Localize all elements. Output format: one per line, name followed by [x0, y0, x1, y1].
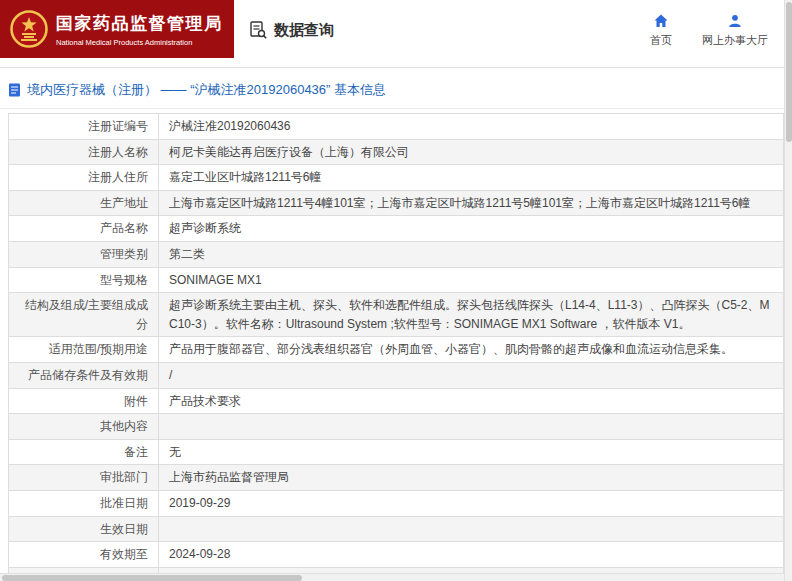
table-row: 批准日期 2019-09-29: [9, 490, 784, 516]
field-label: 备注: [9, 439, 159, 465]
field-value: /: [159, 362, 784, 388]
table-row: 审批部门 上海市药品监督管理局: [9, 465, 784, 491]
registration-detail-table: 注册证编号 沪械注准20192060436 注册人名称 柯尼卡美能达再启医疗设备…: [8, 113, 784, 581]
table-row: 注册人住所 嘉定工业区叶城路1211号6幢: [9, 165, 784, 191]
table-row: 注册证编号 沪械注准20192060436: [9, 114, 784, 140]
field-label: 管理类别: [9, 241, 159, 267]
horizontal-scrollbar[interactable]: [0, 573, 784, 581]
agency-titles: 国家药品监督管理局 National Medical Products Admi…: [56, 12, 223, 47]
table-row: 产品储存条件及有效期 /: [9, 362, 784, 388]
field-value: 超声诊断系统主要由主机、探头、软件和选配件组成。探头包括线阵探头（L14-4、L…: [159, 293, 784, 337]
field-value: 无: [159, 439, 784, 465]
table-row: 生产地址 上海市嘉定区叶城路1211号4幢101室；上海市嘉定区叶城路1211号…: [9, 190, 784, 216]
document-icon: [8, 83, 21, 97]
field-value: 超声诊断系统: [159, 216, 784, 242]
nav-home-label: 首页: [650, 33, 672, 48]
table-row: 其他内容: [9, 414, 784, 440]
field-value: 产品用于腹部器官、部分浅表组织器官（外周血管、小器官）、肌肉骨骼的超声成像和血流…: [159, 337, 784, 363]
table-row: 管理类别 第二类: [9, 241, 784, 267]
field-value: 2019-09-29: [159, 490, 784, 516]
site-header: 国家药品监督管理局 National Medical Products Admi…: [0, 0, 792, 68]
nav-home[interactable]: 首页: [650, 13, 672, 48]
field-label: 生产地址: [9, 190, 159, 216]
table-row: 产品名称 超声诊断系统: [9, 216, 784, 242]
table-row: 型号规格 SONIMAGE MX1: [9, 267, 784, 293]
table-row: 附件 产品技术要求: [9, 388, 784, 414]
field-label: 产品名称: [9, 216, 159, 242]
table-row: 结构及组成/主要组成成分 超声诊断系统主要由主机、探头、软件和选配件组成。探头包…: [9, 293, 784, 337]
field-label: 注册人住所: [9, 165, 159, 191]
page-title: 境内医疗器械（注册） —— “沪械注准20192060436” 基本信息: [27, 81, 386, 99]
horizontal-scrollbar-thumb[interactable]: [2, 575, 302, 581]
field-label: 适用范围/预期用途: [9, 337, 159, 363]
breadcrumb: 境内医疗器械（注册） —— “沪械注准20192060436” 基本信息: [0, 68, 792, 109]
field-label: 注册证编号: [9, 114, 159, 140]
field-value: 上海市药品监督管理局: [159, 465, 784, 491]
table-row: 有效期至 2024-09-28: [9, 542, 784, 568]
field-value: 上海市嘉定区叶城路1211号4幢101室；上海市嘉定区叶城路1211号5幢101…: [159, 190, 784, 216]
field-label: 结构及组成/主要组成成分: [9, 293, 159, 337]
table-row: 注册人名称 柯尼卡美能达再启医疗设备（上海）有限公司: [9, 139, 784, 165]
field-value: 第二类: [159, 241, 784, 267]
field-value: 嘉定工业区叶城路1211号6幢: [159, 165, 784, 191]
data-query-label: 数据查询: [274, 21, 334, 40]
data-query-icon: [248, 20, 268, 40]
field-label: 生效日期: [9, 516, 159, 542]
agency-name-en: National Medical Products Administration: [56, 38, 223, 47]
field-value: [159, 516, 784, 542]
field-label: 附件: [9, 388, 159, 414]
table-row: 生效日期: [9, 516, 784, 542]
table-row: 备注 无: [9, 439, 784, 465]
field-value: 柯尼卡美能达再启医疗设备（上海）有限公司: [159, 139, 784, 165]
nav-service-hall-label: 网上办事大厅: [702, 33, 768, 48]
page: 国家药品监督管理局 National Medical Products Admi…: [0, 0, 792, 581]
field-label: 批准日期: [9, 490, 159, 516]
data-query-tab[interactable]: 数据查询: [248, 20, 334, 40]
person-icon: [727, 13, 743, 29]
field-value: [159, 414, 784, 440]
field-value: SONIMAGE MX1: [159, 267, 784, 293]
field-label: 审批部门: [9, 465, 159, 491]
table-row: 适用范围/预期用途 产品用于腹部器官、部分浅表组织器官（外周血管、小器官）、肌肉…: [9, 337, 784, 363]
vertical-scrollbar[interactable]: [784, 0, 792, 581]
field-label: 有效期至: [9, 542, 159, 568]
field-label: 型号规格: [9, 267, 159, 293]
home-icon: [653, 13, 669, 29]
agency-name: 国家药品监督管理局: [56, 12, 223, 35]
field-value: 2024-09-28: [159, 542, 784, 568]
field-label: 产品储存条件及有效期: [9, 362, 159, 388]
header-nav: 首页 网上办事大厅: [650, 13, 768, 48]
national-emblem-icon: [9, 9, 49, 49]
field-label: 注册人名称: [9, 139, 159, 165]
field-value: 产品技术要求: [159, 388, 784, 414]
agency-logo-box[interactable]: 国家药品监督管理局 National Medical Products Admi…: [0, 0, 234, 58]
nav-service-hall[interactable]: 网上办事大厅: [702, 13, 768, 48]
field-label: 其他内容: [9, 414, 159, 440]
field-value: 沪械注准20192060436: [159, 114, 784, 140]
vertical-scrollbar-thumb[interactable]: [786, 2, 792, 142]
